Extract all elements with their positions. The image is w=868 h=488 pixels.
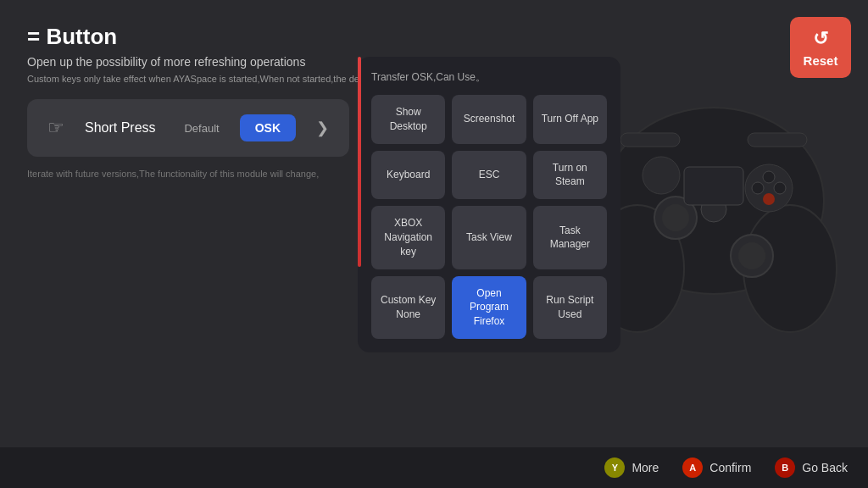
a-badge: A [682, 458, 703, 478]
go-back-action[interactable]: B Go Back [775, 458, 848, 478]
short-press-label: Short Press [85, 120, 164, 136]
svg-point-12 [643, 157, 680, 194]
accent-border [358, 57, 361, 267]
grid-btn-9[interactable]: Custom Key None [371, 276, 445, 339]
grid-btn-3[interactable]: Keyboard [371, 151, 445, 200]
go-back-label: Go Back [802, 461, 848, 474]
popup-panel: Transfer OSK,Can Use。 Show DesktopScreen… [358, 57, 620, 352]
svg-point-6 [738, 242, 765, 269]
grid-btn-11[interactable]: Run Script Used [533, 276, 607, 339]
grid-btn-7[interactable]: Task View [452, 206, 526, 269]
svg-rect-16 [684, 167, 743, 205]
grid-btn-0[interactable]: Show Desktop [371, 95, 445, 144]
svg-rect-15 [748, 133, 807, 147]
controller-svg [587, 31, 841, 353]
svg-point-9 [774, 182, 786, 194]
grid-btn-5[interactable]: Turn on Steam [533, 151, 607, 200]
svg-point-8 [763, 193, 775, 205]
default-label: Default [184, 122, 219, 135]
iterate-text: Iterate with future versions,The functio… [27, 169, 349, 179]
popup-grid: Show DesktopScreenshotTurn Off AppKeyboa… [371, 95, 607, 339]
y-badge: Y [604, 458, 625, 478]
svg-point-10 [752, 182, 764, 194]
content-row: ☞ Short Press Default OSK ❯ Iterate with… [27, 99, 841, 488]
controller-area [587, 31, 841, 353]
grid-btn-2[interactable]: Turn Off App [533, 95, 607, 144]
grid-btn-8[interactable]: Task Manager [533, 206, 607, 269]
svg-point-11 [763, 171, 775, 183]
b-badge: B [775, 458, 795, 478]
left-column: ☞ Short Press Default OSK ❯ Iterate with… [27, 99, 349, 488]
hand-icon: ☞ [47, 117, 64, 139]
popup-header: Transfer OSK,Can Use。 [371, 70, 607, 85]
svg-point-4 [662, 204, 689, 231]
confirm-label: Confirm [709, 461, 751, 474]
grid-btn-4[interactable]: ESC [452, 151, 526, 200]
grid-btn-1[interactable]: Screenshot [452, 95, 526, 144]
svg-rect-14 [620, 133, 680, 147]
bottom-bar: Y More A Confirm B Go Back [0, 447, 868, 488]
more-label: More [632, 461, 659, 474]
arrow-right-button[interactable]: ❯ [316, 119, 329, 137]
grid-btn-10[interactable]: Open Program Firefox [452, 276, 526, 339]
more-action[interactable]: Y More [604, 458, 659, 478]
main-container: = Button Open up the possibility of more… [0, 0, 868, 488]
osk-button[interactable]: OSK [240, 114, 296, 141]
confirm-action[interactable]: A Confirm [682, 458, 751, 478]
grid-btn-6[interactable]: XBOX Navigation key [371, 206, 445, 269]
short-press-card: ☞ Short Press Default OSK ❯ [27, 99, 349, 157]
